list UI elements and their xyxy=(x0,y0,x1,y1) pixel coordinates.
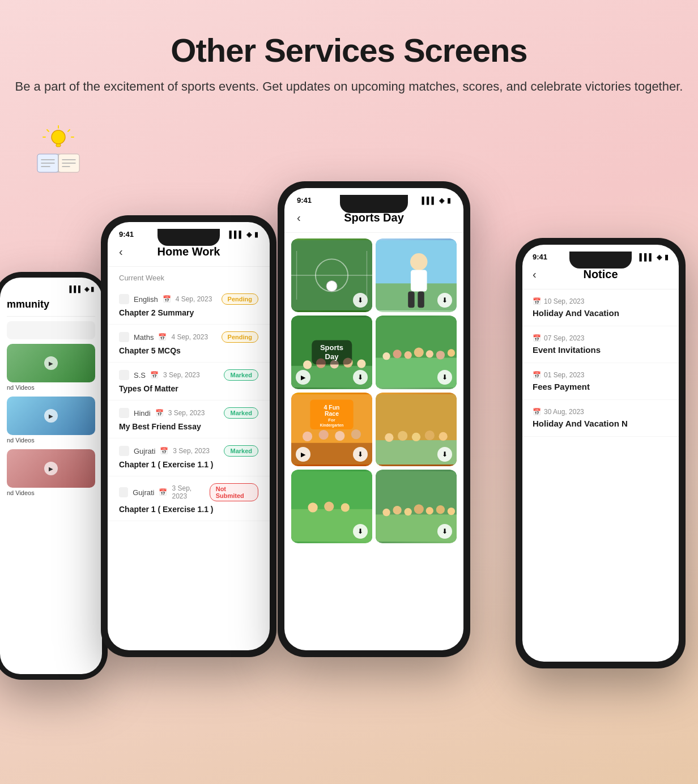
cal-icon: 📅 xyxy=(533,371,541,379)
svg-point-35 xyxy=(357,359,365,368)
download-icon-8[interactable]: ⬇ xyxy=(437,524,452,539)
hw-date: 3 Sep, 2023 xyxy=(168,409,205,417)
hw-item-title: Chapter 1 ( Exercise 1.1 ) xyxy=(119,460,258,469)
subject-label: S.S xyxy=(134,371,146,380)
wifi-icon: ◈ xyxy=(246,231,252,238)
download-icon-4[interactable]: ⬇ xyxy=(437,370,452,385)
wifi-icon: ◈ xyxy=(657,253,662,261)
wifi-icon: ◈ xyxy=(439,197,444,204)
cal-icon-small: 📅 xyxy=(159,488,167,496)
notice-item-1: 📅 07 Sep, 2023 Event Invitations xyxy=(522,326,679,363)
homework-notch xyxy=(158,229,220,246)
hw-item-title: Types Of Matter xyxy=(119,384,258,393)
notice-item-2: 📅 01 Sep, 2023 Fees Payment xyxy=(522,363,679,400)
cal-icon-small: 📅 xyxy=(158,333,167,341)
sports-thumb-5: 4 Fun Race For Kindergarten ▶ ⬇ xyxy=(291,393,372,466)
sports-thumb-2: ⬇ xyxy=(376,238,457,312)
hw-item-title: Chapter 2 Summary xyxy=(119,308,258,317)
hw-date: 4 Sep, 2023 xyxy=(171,333,208,341)
subject-icon xyxy=(119,446,129,456)
svg-point-25 xyxy=(410,253,428,271)
community-video-3: ▶ nd Videos xyxy=(7,449,95,496)
svg-point-71 xyxy=(393,506,402,514)
play-icon-5[interactable]: ▶ xyxy=(296,447,310,462)
download-icon-1[interactable]: ⬇ xyxy=(353,293,368,308)
subject-label: English xyxy=(134,295,158,304)
hw-item-title: Chapter 5 MCQs xyxy=(119,346,258,355)
svg-rect-26 xyxy=(411,270,427,291)
sports-day-title: Sports Day xyxy=(344,211,404,224)
notice-back-button[interactable]: ‹ xyxy=(533,268,537,281)
notice-time: 9:41 xyxy=(533,253,547,261)
download-icon-5[interactable]: ⬇ xyxy=(353,447,368,462)
svg-point-43 xyxy=(436,351,445,359)
cal-icon-small: 📅 xyxy=(160,447,168,455)
page-subtitle: Be a part of the excitement of sports ev… xyxy=(11,77,687,96)
notice-item-3: 📅 30 Aug, 2023 Holiday And Vacation N xyxy=(522,400,679,437)
download-icon-2[interactable]: ⬇ xyxy=(437,293,452,308)
notice-screen: 9:41 ▌▌▌ ◈ ▮ ‹ Notice 📅 10 Sep, 2023 Hol… xyxy=(522,245,679,662)
download-icon-6[interactable]: ⬇ xyxy=(437,447,452,462)
subject-label: Gujrati xyxy=(133,488,154,497)
back-button[interactable]: ‹ xyxy=(119,245,123,258)
svg-point-0 xyxy=(52,130,65,144)
subject-label: Hindi xyxy=(134,409,151,417)
hw-item-2: S.S 📅 3 Sep, 2023 Marked Types Of Matter xyxy=(108,363,270,400)
download-icon-7[interactable]: ⬇ xyxy=(353,524,368,539)
svg-point-22 xyxy=(326,281,337,292)
svg-rect-27 xyxy=(408,292,414,308)
svg-point-65 xyxy=(308,502,318,512)
svg-text:For: For xyxy=(328,417,335,423)
sports-thumb-1: ⬇ xyxy=(291,238,372,312)
hw-date: 3 Sep, 2023 xyxy=(172,484,205,500)
hw-status-badge: Marked xyxy=(224,369,258,381)
signal-icon: ▌▌▌ xyxy=(229,231,244,238)
svg-point-44 xyxy=(448,349,455,356)
sports-thumb-8: ⬇ xyxy=(376,470,457,543)
svg-point-74 xyxy=(426,507,433,514)
battery-icon: ▮ xyxy=(254,231,258,238)
subject-icon xyxy=(119,487,128,497)
hw-item-title: Chapter 1 ( Exercise 1.1 ) xyxy=(119,505,258,514)
hw-item-0: English 📅 4 Sep, 2023 Pending Chapter 2 … xyxy=(108,287,270,325)
phones-container: ▌▌▌ ◈ ▮ mmunity ▶ nd Videos ▶ nd Videos … xyxy=(0,159,698,770)
current-week-label: Current Week xyxy=(108,267,270,287)
community-video-label-1: nd Videos xyxy=(7,384,95,391)
svg-text:Race: Race xyxy=(325,411,339,417)
svg-line-4 xyxy=(47,130,49,131)
svg-rect-1 xyxy=(56,144,61,147)
subject-label: Maths xyxy=(134,333,154,342)
homework-time: 9:41 xyxy=(119,230,134,238)
sports-back-button[interactable]: ‹ xyxy=(297,211,301,224)
svg-point-50 xyxy=(351,429,361,439)
notice-date-text: 10 Sep, 2023 xyxy=(544,297,584,305)
page-header: Other Services Screens Be a part of the … xyxy=(0,0,698,113)
signal-icon: ▌▌▌ xyxy=(422,197,436,204)
hw-date: 4 Sep, 2023 xyxy=(176,295,212,303)
sports-thumb-4: ⬇ xyxy=(376,316,457,389)
svg-point-61 xyxy=(425,431,435,440)
sports-time: 9:41 xyxy=(297,196,312,204)
cal-icon: 📅 xyxy=(533,297,541,305)
sports-thumb-6: ⬇ xyxy=(376,393,457,466)
sports-screen: 9:41 ▌▌▌ ◈ ▮ ‹ Sports Day xyxy=(284,188,463,650)
svg-point-62 xyxy=(439,432,448,441)
hw-date: 3 Sep, 2023 xyxy=(163,371,200,379)
community-search xyxy=(7,321,95,339)
svg-point-49 xyxy=(335,431,344,441)
community-video-2: ▶ nd Videos xyxy=(7,397,95,444)
subject-icon xyxy=(119,294,129,304)
hw-date: 3 Sep, 2023 xyxy=(173,447,210,455)
phone-community: ▌▌▌ ◈ ▮ mmunity ▶ nd Videos ▶ nd Videos … xyxy=(0,272,108,680)
phone-notice: 9:41 ▌▌▌ ◈ ▮ ‹ Notice 📅 10 Sep, 2023 Hol… xyxy=(516,238,686,668)
svg-text:Kindergarten: Kindergarten xyxy=(320,423,343,428)
play-icon-3[interactable]: ▶ xyxy=(296,370,310,385)
notice-title: Notice xyxy=(583,268,618,281)
svg-point-38 xyxy=(382,352,390,360)
download-icon-3[interactable]: ⬇ xyxy=(353,370,368,385)
sports-thumb-3: Sports Day ▶ ⬇ xyxy=(291,316,372,389)
cal-icon-small: 📅 xyxy=(155,409,164,417)
svg-point-75 xyxy=(436,505,445,514)
notice-date-text: 07 Sep, 2023 xyxy=(544,334,584,342)
battery-icon: ▮ xyxy=(665,253,669,261)
